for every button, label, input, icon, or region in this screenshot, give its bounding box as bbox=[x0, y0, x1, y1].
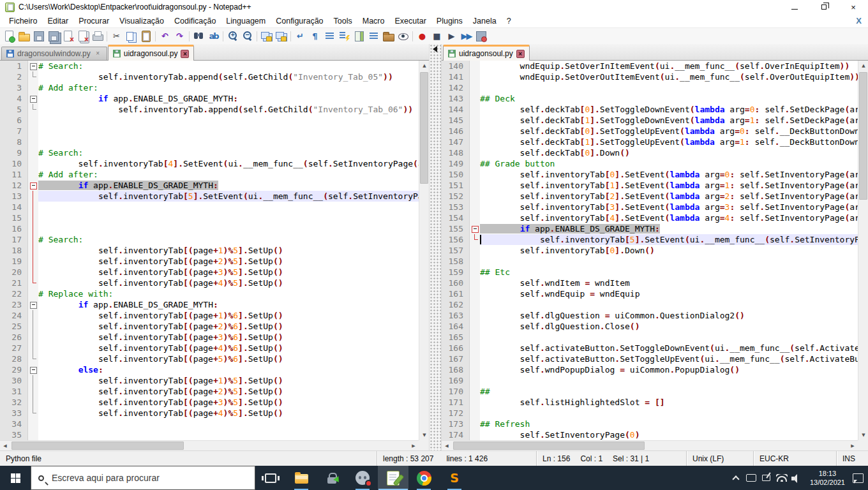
code-text[interactable]: self.inventoryTab[(page+1)%6].SetUp() bbox=[38, 310, 419, 321]
code-text[interactable]: wndEquip.SetOverOutItemEvent(ui.__mem_fu… bbox=[480, 71, 858, 82]
code-text[interactable]: self.deckTab[1].SetToggleUpEvent(lambda … bbox=[480, 137, 858, 147]
save-all-icon[interactable] bbox=[47, 29, 60, 43]
fold-marker-end-red[interactable] bbox=[28, 278, 38, 288]
fold-marker-minus-red[interactable] bbox=[28, 180, 38, 191]
fold-marker-minus-red[interactable] bbox=[470, 223, 480, 234]
code-text[interactable]: self.dlgQuestion.Close() bbox=[480, 321, 858, 332]
undo-icon[interactable]: ↶ bbox=[158, 29, 172, 43]
code-text[interactable]: self.wndEquip = wndEquip bbox=[480, 288, 858, 299]
fold-marker-line[interactable] bbox=[28, 397, 38, 408]
code-text[interactable]: self.inventoryTab[2].SetEvent(lambda arg… bbox=[480, 191, 858, 202]
code-text[interactable]: ## bbox=[480, 386, 858, 397]
sync-vertical-scroll-icon[interactable] bbox=[260, 29, 273, 43]
code-text[interactable]: self.inventoryTab[(page+4)%6].SetUp() bbox=[38, 343, 419, 353]
code-text[interactable]: self.dlgQuestion = uiCommon.QuestionDial… bbox=[480, 310, 858, 321]
file-monitoring-icon[interactable] bbox=[396, 29, 410, 43]
code-text[interactable]: self.inventoryTab.append(self.GetChild("… bbox=[38, 71, 419, 82]
fold-marker-end[interactable] bbox=[28, 353, 38, 364]
code-text[interactable]: if app.ENABLE_DS_GRADE_MYTH: bbox=[480, 223, 858, 234]
fold-marker-end-red[interactable] bbox=[470, 234, 480, 245]
code-text[interactable]: self.inventoryTab[0].Down() bbox=[480, 245, 858, 256]
fold-marker-line-red[interactable] bbox=[28, 202, 38, 212]
code-text[interactable]: self.inventoryTab[4].SetEvent(lambda arg… bbox=[480, 212, 858, 223]
code-text[interactable]: self.activateButton.SetToggleUpEvent(ui.… bbox=[480, 353, 858, 364]
function-list-icon[interactable] bbox=[338, 29, 351, 43]
code-text[interactable] bbox=[38, 223, 419, 234]
left-horizontal-scrollbar[interactable]: ◀ ▶ bbox=[0, 440, 419, 450]
close-button[interactable]: × bbox=[839, 0, 868, 14]
fold-marker-minus[interactable] bbox=[28, 93, 38, 104]
file-explorer-button[interactable] bbox=[286, 466, 317, 490]
taskbar-clock[interactable]: 18:13 13/02/2021 bbox=[805, 469, 850, 487]
fold-marker-minus[interactable] bbox=[28, 364, 38, 375]
menu-plugins[interactable]: Plugins bbox=[431, 15, 468, 27]
code-text[interactable]: if app.ENABLE_DS_GRADE_MYTH: bbox=[38, 299, 419, 310]
code-text[interactable]: ## Deck bbox=[480, 93, 858, 104]
tab-dragonsoulwindow-py[interactable]: dragonsoulwindow.py× bbox=[1, 47, 107, 60]
tab-close-icon[interactable]: × bbox=[516, 50, 525, 58]
macro-play-icon[interactable]: ▶ bbox=[445, 29, 458, 43]
sync-horizontal-scroll-icon[interactable] bbox=[274, 29, 288, 43]
fold-marker-minus[interactable] bbox=[28, 299, 38, 310]
menu-macro[interactable]: Macro bbox=[357, 15, 390, 27]
taskbar-search-box[interactable]: Escreva aqui para procurar bbox=[31, 466, 255, 490]
entpacker-lock-button[interactable] bbox=[317, 466, 347, 490]
close-all-icon[interactable] bbox=[76, 29, 89, 43]
fold-marker-end[interactable] bbox=[28, 408, 38, 419]
open-file-icon[interactable] bbox=[17, 29, 31, 43]
code-text[interactable] bbox=[38, 212, 419, 223]
code-text[interactable]: # Search: bbox=[38, 61, 419, 71]
scroll-left-arrow-icon[interactable]: ◀ bbox=[0, 441, 10, 451]
chevron-up-button[interactable] bbox=[728, 466, 744, 490]
menu-janela[interactable]: Janela bbox=[468, 15, 502, 27]
restore-button[interactable] bbox=[809, 0, 839, 14]
new-file-icon[interactable] bbox=[3, 29, 16, 43]
right-horizontal-scrollbar[interactable]: ◀ ▶ bbox=[442, 440, 858, 450]
pen-button[interactable] bbox=[759, 466, 774, 490]
code-text[interactable]: self.inventoryTab[4].SetEvent(ui.__mem_f… bbox=[38, 158, 419, 169]
code-text[interactable]: self.inventoryTab[(page+4)%5].SetUp() bbox=[38, 278, 419, 288]
fold-marker-line-red[interactable] bbox=[28, 223, 38, 234]
fold-marker-line[interactable] bbox=[28, 375, 38, 386]
code-text[interactable]: self.wndPopupDialog = uiCommon.PopupDial… bbox=[480, 364, 858, 375]
code-text[interactable]: self.activateButton.SetToggleDownEvent(u… bbox=[480, 343, 858, 353]
code-text[interactable]: # Add after: bbox=[38, 82, 419, 93]
left-vertical-scrollbar[interactable]: ▲ ▼ bbox=[419, 61, 429, 440]
paste-icon[interactable] bbox=[139, 29, 153, 43]
menu-linguagem[interactable]: Linguagem bbox=[221, 15, 271, 27]
code-text[interactable]: else: bbox=[38, 364, 419, 375]
scroll-down-arrow-icon[interactable]: ▼ bbox=[858, 430, 868, 440]
code-text[interactable]: # Replace with: bbox=[38, 288, 419, 299]
code-text[interactable] bbox=[480, 299, 858, 310]
code-text[interactable]: ## Etc bbox=[480, 267, 858, 278]
scroll-up-arrow-icon[interactable]: ▲ bbox=[858, 61, 868, 71]
code-text[interactable]: self.inventoryTab[5].SetEvent(ui.__mem_f… bbox=[480, 234, 858, 245]
start-button[interactable] bbox=[0, 466, 31, 490]
task-view-button[interactable] bbox=[255, 466, 286, 490]
code-text[interactable]: self.wndItem = wndItem bbox=[480, 278, 858, 288]
fold-marker-line-red[interactable] bbox=[28, 267, 38, 278]
code-text[interactable]: self.listHighlightedSlot = [] bbox=[480, 397, 858, 408]
discord-button[interactable] bbox=[347, 466, 378, 490]
menu-editar[interactable]: Editar bbox=[42, 15, 73, 27]
indent-guide-icon[interactable] bbox=[323, 29, 336, 43]
code-text[interactable]: wndEquip.SetOverInItemEvent(ui.__mem_fun… bbox=[480, 61, 858, 71]
document-list-icon[interactable] bbox=[367, 29, 380, 43]
fold-marker-line-red[interactable] bbox=[28, 245, 38, 256]
macro-save-icon[interactable] bbox=[474, 29, 488, 43]
cut-icon[interactable]: ✂ bbox=[110, 29, 123, 43]
word-wrap-icon[interactable]: ↵ bbox=[294, 29, 307, 43]
folder-as-workspace-icon[interactable] bbox=[382, 29, 395, 43]
menu-configura-o[interactable]: Configuração bbox=[271, 15, 328, 27]
tab-uidragonsoul-py[interactable]: uidragonsoul.py× bbox=[443, 45, 530, 61]
scroll-right-arrow-icon[interactable]: ▶ bbox=[408, 441, 419, 451]
scroll-right-arrow-icon[interactable]: ▶ bbox=[848, 441, 858, 451]
code-text[interactable]: self.inventoryTab[(page+2)%6].SetUp() bbox=[38, 321, 419, 332]
code-text[interactable]: self.inventoryTab[1].SetEvent(lambda arg… bbox=[480, 180, 858, 191]
tablet-button[interactable] bbox=[744, 466, 759, 490]
menu-codifica-o[interactable]: Codificação bbox=[169, 15, 221, 27]
code-text[interactable] bbox=[480, 256, 858, 267]
fold-marker-line-red[interactable] bbox=[28, 212, 38, 223]
document-map-icon[interactable] bbox=[352, 29, 366, 43]
code-text[interactable]: self.SetInventoryPage(0) bbox=[480, 429, 858, 440]
